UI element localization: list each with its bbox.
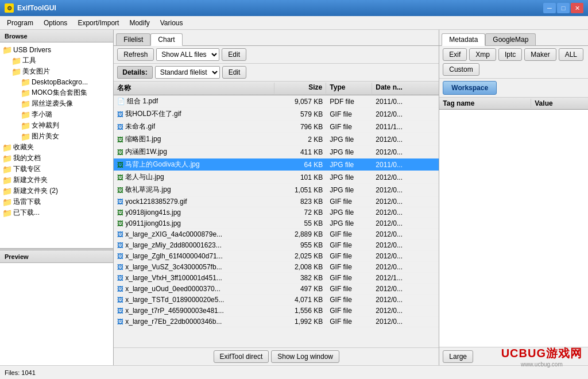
file-cell-size: 72 KB — [274, 208, 326, 217]
file-type-icon: 🖼 — [117, 187, 123, 194]
table-row[interactable]: 🖼 yock1218385279.gif 823 KB GIF file 201… — [114, 196, 439, 207]
tree-item[interactable]: 📁李小璐 — [2, 109, 111, 120]
folder-icon: 📁 — [21, 121, 30, 130]
col-header-type: Type — [326, 83, 372, 94]
menu-options[interactable]: Options — [39, 18, 72, 28]
table-row[interactable]: 🖼 内涵图1W.jpg 411 KB JPG file 2012/0... — [114, 146, 439, 158]
folder-icon: 📁 — [2, 187, 11, 196]
tree-item[interactable]: 📁已下载... — [2, 207, 111, 218]
table-row[interactable]: 🖼 x_large_r7Eb_22db0000346b... 1,992 KB … — [114, 316, 439, 327]
menu-program[interactable]: Program — [2, 18, 38, 28]
all-button[interactable]: ALL — [559, 48, 583, 61]
file-type-icon: 🖼 — [117, 198, 123, 205]
table-row[interactable]: 🖼 y0918jiong41s.jpg 72 KB JPG file 2012/… — [114, 207, 439, 218]
folder-icon: 📁 — [2, 45, 11, 55]
table-row[interactable]: 🖼 y0911jiong01s.jpg 55 KB JPG file 2012/… — [114, 218, 439, 229]
tree-item[interactable]: 📁女神裁判 — [2, 120, 111, 131]
file-cell-name: 🖼 内涵图1W.jpg — [114, 146, 274, 157]
tree-item[interactable]: 📁我的文档 — [2, 153, 111, 164]
show-files-dropdown[interactable]: Show ALL files — [156, 48, 219, 61]
tree-item-label: 迅雷下载 — [13, 197, 41, 207]
file-cell-name: 🖼 x_large_r7Eb_22db0000346b... — [114, 317, 274, 326]
left-panel: Browse 📁USB Drivers📁工具📁美女图片📁DesktopBackg… — [0, 30, 114, 365]
exif-button[interactable]: Exif — [443, 48, 467, 61]
edit-button-1[interactable]: Edit — [222, 48, 246, 61]
tree-item[interactable]: 📁USB Drivers — [2, 45, 111, 55]
tree-item[interactable]: 📁美女图片 — [2, 66, 111, 77]
status-text: Files: 1041 — [5, 369, 36, 376]
tree-item-label: 女神裁判 — [32, 121, 59, 130]
tree-item[interactable]: 📁屌丝逆袭头像 — [2, 98, 111, 109]
custom-button[interactable]: Custom — [443, 63, 479, 76]
tree-item[interactable]: 📁MOKO集合套图集 — [2, 87, 111, 98]
file-cell-name: 🖼 x_large_t7rP_465900003e481... — [114, 306, 274, 315]
menu-modify[interactable]: Modify — [125, 18, 154, 28]
table-row[interactable]: 🖼 x_large_uOud_0eed0000370... 497 KB GIF… — [114, 284, 439, 295]
table-row[interactable]: 🖼 x_large_zXIG_4a4c0000879e... 2,889 KB … — [114, 229, 439, 240]
iptc-button[interactable]: Iptc — [498, 48, 522, 61]
table-row[interactable]: 🖼 x_large_VuSZ_3c43000057fb... 2,008 KB … — [114, 262, 439, 273]
table-row[interactable]: 🖼 x_large_Zglh_61f4000040d71... 2,025 KB… — [114, 251, 439, 262]
menu-export-import[interactable]: Export/Import — [73, 18, 123, 28]
tree-item[interactable]: 📁图片美女 — [2, 131, 111, 142]
preview-panel: Preview — [0, 250, 113, 365]
tree-item[interactable]: 📁迅雷下载 — [2, 196, 111, 207]
tree-item[interactable]: 📁新建文件夹 (2) — [2, 185, 111, 196]
xmp-button[interactable]: Xmp — [469, 48, 496, 61]
file-cell-name: 🖼 x_large_Zglh_61f4000040d71... — [114, 252, 274, 261]
tree-item[interactable]: 📁工具 — [2, 55, 111, 66]
maximize-button[interactable]: □ — [557, 3, 570, 13]
file-cell-size: 64 KB — [274, 160, 326, 169]
maker-button[interactable]: Maker — [524, 48, 556, 61]
table-row[interactable]: 🖼 x_large_VfxH_3ff100001d451... 382 KB G… — [114, 273, 439, 284]
table-row[interactable]: 🖼 未命名.gif 796 KB GIF file 2011/1... — [114, 121, 439, 133]
right-toolbar: Exif Xmp Iptc Maker ALL Custom — [439, 46, 588, 79]
file-cell-date: 2012/0... — [372, 219, 430, 228]
file-list-body[interactable]: 📄 组合 1.pdf 9,057 KB PDF file 2011/0... 🖼… — [114, 95, 439, 347]
file-cell-size: 9,057 KB — [274, 97, 326, 106]
file-cell-size: 382 KB — [274, 273, 326, 283]
standard-filelist-dropdown[interactable]: Standard filelist — [155, 66, 220, 79]
tree-item[interactable]: 📁新建文件夹 — [2, 175, 111, 185]
workspace-button[interactable]: Workspace — [443, 81, 497, 95]
tab-chart[interactable]: Chart — [150, 33, 182, 46]
tree-item[interactable]: 📁收藏夹 — [2, 142, 111, 153]
menu-various[interactable]: Various — [156, 18, 188, 28]
table-row[interactable]: 🖼 我HOLD不住了.gif 579 KB GIF file 2012/0... — [114, 108, 439, 121]
table-row[interactable]: 📄 组合 1.pdf 9,057 KB PDF file 2011/0... — [114, 95, 439, 108]
center-tab-bar: Filelist Chart — [114, 30, 439, 46]
folder-icon: 📁 — [11, 67, 21, 76]
show-log-button[interactable]: Show Log window — [271, 350, 339, 363]
table-row[interactable]: 🖼 x_large_t7rP_465900003e481... 1,556 KB… — [114, 305, 439, 316]
table-row[interactable]: 🖼 马背上的Godiva夫人.jpg 64 KB JPG file 2011/0… — [114, 158, 439, 171]
file-cell-date: 2012/0... — [372, 252, 430, 261]
table-row[interactable]: 🖼 老人与山.jpg 101 KB JPG file 2012/0... — [114, 171, 439, 184]
folder-icon: 📁 — [2, 208, 11, 218]
file-cell-type: JPG file — [326, 135, 372, 144]
file-type-icon: 🖼 — [117, 274, 123, 281]
file-cell-type: JPG file — [326, 173, 372, 182]
file-cell-date: 2012/0... — [372, 185, 430, 195]
tab-filelist[interactable]: Filelist — [116, 33, 150, 45]
refresh-button[interactable]: Refresh — [117, 48, 154, 61]
tab-googlemap[interactable]: GoogleMap — [485, 33, 536, 45]
minimize-button[interactable]: ─ — [543, 3, 556, 13]
edit-button-2[interactable]: Edit — [222, 66, 247, 79]
right-tab-bar: Metadata GoogleMap — [439, 30, 588, 46]
file-tree[interactable]: 📁USB Drivers📁工具📁美女图片📁DesktopBackgro...📁M… — [0, 42, 113, 248]
table-row[interactable]: 🖼 敬礼草泥马.jpg 1,051 KB JPG file 2012/0... — [114, 184, 439, 196]
table-row[interactable]: 🖼 x_large_TSTd_0189000020e5... 4,071 KB … — [114, 295, 439, 305]
table-row[interactable]: 🖼 缩略图1.jpg 2 KB JPG file 2012/0... — [114, 133, 439, 146]
close-button[interactable]: ✕ — [571, 3, 583, 13]
file-cell-type: GIF file — [326, 317, 372, 326]
file-cell-name: 🖼 老人与山.jpg — [114, 172, 274, 183]
tree-item[interactable]: 📁DesktopBackgro... — [2, 77, 111, 87]
exif-direct-button[interactable]: ExifTool direct — [214, 350, 269, 363]
tab-metadata[interactable]: Metadata — [442, 33, 485, 46]
file-cell-name: 🖼 未命名.gif — [114, 121, 274, 132]
large-button[interactable]: Large — [443, 350, 473, 363]
file-cell-date: 2011/1... — [372, 122, 430, 132]
table-row[interactable]: 🖼 x_large_zMiy_2dd800001623... 955 KB GI… — [114, 240, 439, 251]
tree-item[interactable]: 📁下载专区 — [2, 164, 111, 175]
file-cell-date: 2012/0... — [372, 241, 430, 250]
